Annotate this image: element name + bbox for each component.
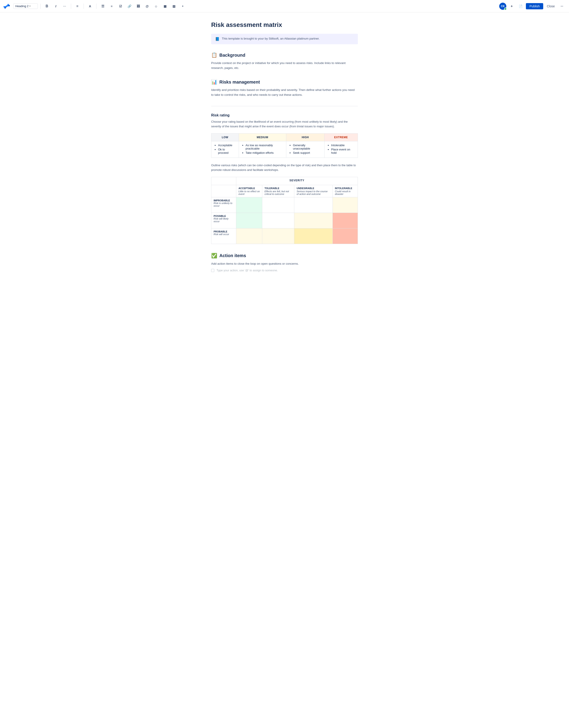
risks-icon: 📊 <box>211 79 217 85</box>
risks-management-heading: 📊 Risks management <box>211 79 358 85</box>
more-format-button[interactable]: ··· <box>61 3 68 10</box>
cell-probable-undesirable <box>294 228 333 244</box>
toolbar-divider-1 <box>40 4 41 9</box>
col-tolerable: TOLERABLE Effects are felt, but not crit… <box>262 185 294 197</box>
rating-cell-high: Generally unacceptable Seek support <box>286 141 325 158</box>
risks-heading-text: Risks management <box>219 80 260 85</box>
italic-button[interactable]: I <box>52 3 59 10</box>
col-medium: MEDIUM <box>239 133 286 141</box>
col-acceptable: ACCEPTABLE Little to no effect on event <box>236 185 262 197</box>
list-item: Generally unacceptable <box>293 144 321 150</box>
bold-button[interactable]: B <box>43 3 50 10</box>
list-item: Intolerable <box>331 144 355 147</box>
emoji-button[interactable]: ☺ <box>152 3 160 10</box>
page-options-button[interactable]: 📄 <box>517 3 524 10</box>
confluence-logo-icon <box>4 3 10 9</box>
cell-possible-tolerable <box>262 213 294 228</box>
info-box: 📘 This template is brought to your by St… <box>211 34 358 44</box>
info-box-text: This template is brought to your by Stil… <box>222 37 320 40</box>
col-undesirable: UNDESIRABLE Serious impact to the course… <box>294 185 333 197</box>
layout-button[interactable]: ▨ <box>170 3 177 10</box>
severity-label: SEVERITY <box>236 177 358 185</box>
background-heading-text: Background <box>219 53 245 58</box>
background-section: 📋 Background Provide context on the proj… <box>211 52 358 70</box>
rating-table: LOW MEDIUM HIGH EXTREME Acceptable Ok to… <box>211 133 358 158</box>
cell-improbable-acceptable <box>236 197 262 213</box>
action-items-section: ✅ Action items Add action items to close… <box>211 253 358 272</box>
rating-cell-medium: As low as reasonably practicable Take mi… <box>239 141 286 158</box>
text-color-button[interactable]: A <box>86 3 94 10</box>
col-intolerable: INTOLERABLE Could result in disaster <box>333 185 358 197</box>
row-possible: POSSIBLE Risk will likely occur <box>211 213 236 228</box>
background-body[interactable]: Provide context on the project or initia… <box>211 61 358 70</box>
toolbar: Heading 2 ▾ B I ··· ≡ A ☰ ≡ ☑ 🔗 🖼 @ ☺ ▦ … <box>0 0 569 12</box>
section-divider <box>211 106 358 106</box>
risks-management-body[interactable]: Identify and prioritize risks based on t… <box>211 88 358 97</box>
cell-possible-acceptable <box>236 213 262 228</box>
col-low: LOW <box>211 133 239 141</box>
add-user-button[interactable]: + <box>508 3 515 10</box>
overflow-menu-button[interactable]: ··· <box>558 3 565 10</box>
action-items-heading: ✅ Action items <box>211 253 358 259</box>
risks-management-section: 📊 Risks management Identify and prioriti… <box>211 79 358 97</box>
cell-possible-undesirable <box>294 213 333 228</box>
cell-probable-acceptable <box>236 228 262 244</box>
content-area: Risk assessment matrix 📘 This template i… <box>198 12 371 299</box>
cell-improbable-intolerable <box>333 197 358 213</box>
background-heading: 📋 Background <box>211 52 358 58</box>
action-items-body: Add action items to close the loop on op… <box>211 261 358 266</box>
cell-probable-tolerable <box>262 228 294 244</box>
col-high: HIGH <box>286 133 325 141</box>
avatar-badge <box>504 8 507 10</box>
action-items-heading-text: Action items <box>219 253 246 258</box>
image-button[interactable]: 🖼 <box>135 3 142 10</box>
toolbar-right: CK + 📄 Publish Close ··· <box>499 3 565 10</box>
list-item: Take mitigation efforts <box>246 151 283 154</box>
risk-rating-section: Risk rating Choose your rating based on … <box>211 113 358 244</box>
bullet-list-button[interactable]: ☰ <box>99 3 106 10</box>
task-button[interactable]: ☑ <box>117 3 124 10</box>
severity-outline-text: Outline various risks (which can be colo… <box>211 163 358 172</box>
action-checkbox[interactable] <box>211 269 214 272</box>
cell-improbable-tolerable <box>262 197 294 213</box>
list-item: Ok to proceed <box>218 148 236 154</box>
mention-button[interactable]: @ <box>144 3 151 10</box>
avatar: CK <box>499 3 506 10</box>
page-title[interactable]: Risk assessment matrix <box>211 21 358 28</box>
list-item: Seek support <box>293 151 321 154</box>
table-button[interactable]: ▦ <box>161 3 168 10</box>
cell-improbable-undesirable <box>294 197 333 213</box>
rating-cell-extreme: Intolerable Place event on hold <box>324 141 358 158</box>
col-extreme: EXTREME <box>324 133 358 141</box>
risk-rating-description: Choose your rating based on the likeliho… <box>211 120 358 129</box>
heading-label: Heading 2 <box>15 4 28 8</box>
chevron-down-icon: ▾ <box>29 5 31 8</box>
link-button[interactable]: 🔗 <box>126 3 133 10</box>
info-icon: 📘 <box>215 37 220 41</box>
cell-possible-intolerable <box>333 213 358 228</box>
row-probable: PROBABLE Risk will occur <box>211 228 236 244</box>
row-improbable: IMPROBABLE Risk is unlikely to occur <box>211 197 236 213</box>
align-button[interactable]: ≡ <box>74 3 81 10</box>
avatar-initials: CK <box>501 5 505 8</box>
likelihood-label-cell <box>211 185 236 197</box>
cell-probable-intolerable <box>333 228 358 244</box>
list-item: Place event on hold <box>331 148 355 154</box>
severity-table: SEVERITY ACCEPTABLE Little to no effect … <box>211 177 358 244</box>
publish-button[interactable]: Publish <box>526 3 543 9</box>
close-button[interactable]: Close <box>545 3 557 9</box>
corner-cell <box>211 177 236 185</box>
number-list-button[interactable]: ≡ <box>108 3 115 10</box>
action-items-icon: ✅ <box>211 253 217 259</box>
list-item: As low as reasonably practicable <box>246 144 283 150</box>
action-placeholder[interactable]: Type your action, use '@' to assign to s… <box>216 269 278 272</box>
risk-rating-title: Risk rating <box>211 113 358 117</box>
background-icon: 📋 <box>211 52 217 58</box>
list-item: Acceptable <box>218 144 236 147</box>
insert-more-button[interactable]: + <box>179 3 186 10</box>
rating-cell-low: Acceptable Ok to proceed <box>211 141 239 158</box>
heading-selector[interactable]: Heading 2 ▾ <box>13 3 38 9</box>
action-item-row[interactable]: Type your action, use '@' to assign to s… <box>211 269 358 272</box>
